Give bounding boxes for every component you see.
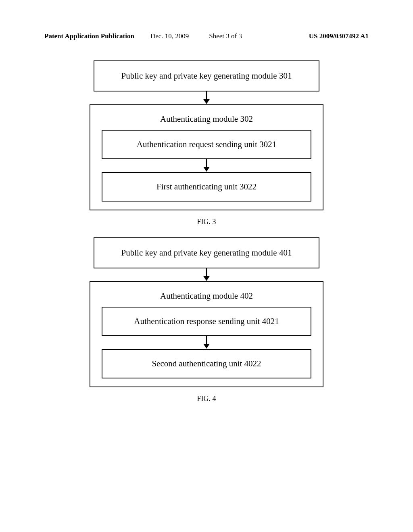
diagram-fig3: Public key and private key generating mo…: [90, 60, 323, 210]
box-key-gen-401: Public key and private key generating mo…: [94, 237, 319, 268]
svg-marker-1: [203, 99, 210, 104]
diagram-fig4: Public key and private key generating mo…: [90, 237, 323, 387]
figure-3-label: FIG. 3: [197, 218, 216, 226]
arrow-down-icon: [202, 91, 211, 104]
page-header: Patent Application Publication Dec. 10, …: [24, 32, 389, 40]
box-auth-response-unit-4021: Authentication response sending unit 402…: [102, 307, 311, 336]
box-key-gen-301: Public key and private key generating mo…: [94, 60, 319, 91]
publication-number: US 2009/0307492 A1: [309, 32, 369, 40]
box-auth-request-unit-3021: Authentication request sending unit 3021: [102, 130, 311, 159]
box-auth-module-402: Authenticating module 402 Authentication…: [90, 281, 323, 387]
figure-4-label: FIG. 4: [197, 395, 216, 403]
auth-module-402-title: Authenticating module 402: [160, 289, 253, 307]
publication-date: Dec. 10, 2009: [150, 32, 189, 40]
box-second-auth-unit-4022: Second authenticating unit 4022: [102, 349, 311, 378]
svg-marker-7: [203, 344, 210, 349]
sheet-number: Sheet 3 of 3: [209, 32, 242, 40]
publication-label: Patent Application Publication: [44, 32, 134, 40]
figure-4: Public key and private key generating mo…: [24, 237, 389, 414]
arrow-down-icon: [202, 268, 211, 281]
figure-3: Public key and private key generating mo…: [24, 60, 389, 237]
auth-module-302-title: Authenticating module 302: [160, 112, 253, 130]
page-container: Patent Application Publication Dec. 10, …: [0, 0, 413, 430]
arrow-down-icon: [202, 336, 211, 349]
svg-marker-5: [203, 276, 210, 281]
box-auth-module-302: Authenticating module 302 Authentication…: [90, 104, 323, 210]
arrow-down-icon: [202, 159, 211, 172]
box-first-auth-unit-3022: First authenticating unit 3022: [102, 172, 311, 202]
svg-marker-3: [203, 167, 210, 172]
